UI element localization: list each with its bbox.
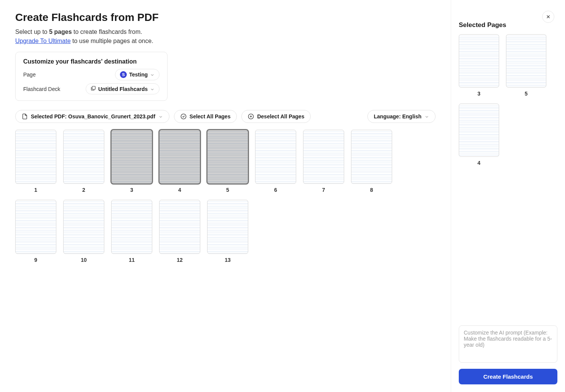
page-thumbnail[interactable]: 2 <box>63 130 104 193</box>
page-thumbnail[interactable]: 13 <box>207 200 248 263</box>
thumbnail-image <box>255 130 296 184</box>
chevron-down-icon <box>150 72 155 77</box>
s-badge-icon: S <box>120 71 127 78</box>
selected-thumbnail[interactable]: 5 <box>506 34 546 97</box>
thumbnail-image <box>159 200 200 254</box>
thumbnail-image <box>63 130 104 184</box>
svg-rect-0 <box>92 86 95 89</box>
page-thumbnail[interactable]: 3 <box>111 130 152 193</box>
page-thumbnail[interactable]: 1 <box>15 130 56 193</box>
selected-pdf-dropdown[interactable]: Selected PDF: Osuva_Banovic_Grunert_2023… <box>15 110 169 123</box>
deck-selector[interactable]: Untitled Flashcards <box>86 83 160 94</box>
create-flashcards-button[interactable]: Create Flashcards <box>459 369 557 384</box>
page-thumbnails-grid: 12345678910111213 <box>15 130 436 263</box>
selected-pages-grid: 354 <box>459 34 557 325</box>
page-number: 5 <box>226 187 229 193</box>
page-label: Page <box>23 72 36 78</box>
page-thumbnail[interactable]: 5 <box>207 130 248 193</box>
thumbnail-image <box>159 130 200 184</box>
selected-pdf-prefix: Selected PDF: <box>31 113 68 120</box>
select-all-label: Select All Pages <box>190 113 231 120</box>
language-dropdown[interactable]: Language: English <box>367 110 436 123</box>
page-number: 7 <box>322 187 325 193</box>
page-thumbnail[interactable]: 12 <box>159 200 200 263</box>
thumbnail-image <box>351 130 392 184</box>
upgrade-link[interactable]: Upgrade To Ultimate <box>15 38 71 44</box>
page-number: 4 <box>477 160 480 166</box>
page-number: 5 <box>525 91 528 97</box>
page-thumbnail[interactable]: 8 <box>351 130 392 193</box>
page-title: Create Flashcards from PDF <box>15 11 436 24</box>
page-thumbnail[interactable]: 7 <box>303 130 344 193</box>
page-number: 1 <box>34 187 37 193</box>
close-icon <box>546 14 551 19</box>
check-circle-icon <box>180 113 187 120</box>
thumbnail-image <box>15 130 56 184</box>
page-number: 13 <box>225 257 231 263</box>
deck-label: Flashcard Deck <box>23 86 60 92</box>
destination-box: Customize your flashcards' destination P… <box>15 52 168 101</box>
deselect-all-label: Deselect All Pages <box>257 113 304 120</box>
svg-point-1 <box>181 114 186 119</box>
chevron-down-icon <box>425 114 429 119</box>
page-number: 4 <box>178 187 181 193</box>
thumbnail-image <box>207 200 248 254</box>
page-number: 11 <box>129 257 135 263</box>
thumbnail-image <box>459 34 499 88</box>
plus-circle-icon <box>248 113 254 120</box>
thumbnail-image <box>15 200 56 254</box>
page-number: 10 <box>81 257 87 263</box>
page-selector[interactable]: S Testing <box>115 69 160 80</box>
selected-thumbnail[interactable]: 3 <box>459 34 499 97</box>
page-number: 3 <box>130 187 133 193</box>
destination-title: Customize your flashcards' destination <box>23 58 160 65</box>
page-thumbnail[interactable]: 11 <box>111 200 152 263</box>
selected-thumbnail[interactable]: 4 <box>459 104 499 166</box>
page-number: 8 <box>370 187 373 193</box>
subtitle-prefix: Select up to <box>15 29 49 35</box>
page-number: 12 <box>177 257 183 263</box>
thumbnail-image <box>207 130 248 184</box>
subtitle-line-2: Upgrade To Ultimate to use multiple page… <box>15 37 436 46</box>
thumbnail-image <box>63 200 104 254</box>
selected-pdf-name: Osuva_Banovic_Grunert_2023.pdf <box>68 113 155 120</box>
language-label: Language: English <box>374 113 421 120</box>
page-number: 6 <box>274 187 277 193</box>
chevron-down-icon <box>158 114 163 119</box>
close-button[interactable] <box>542 11 554 23</box>
page-number: 3 <box>477 91 480 97</box>
chevron-down-icon <box>150 87 155 91</box>
page-number: 2 <box>82 187 85 193</box>
subtitle-bold: 5 pages <box>49 29 72 35</box>
document-icon <box>22 113 28 120</box>
thumbnail-image <box>111 130 152 184</box>
page-value: Testing <box>129 72 148 78</box>
deselect-all-button[interactable]: Deselect All Pages <box>241 110 311 123</box>
page-thumbnail[interactable]: 4 <box>159 130 200 193</box>
thumbnail-image <box>303 130 344 184</box>
thumbnail-image <box>506 34 546 88</box>
page-thumbnail[interactable]: 9 <box>15 200 56 263</box>
subtitle-suffix: to create flashcards from. <box>72 29 142 35</box>
subtitle-line-1: Select up to 5 pages to create flashcard… <box>15 27 436 37</box>
page-thumbnail[interactable]: 10 <box>63 200 104 263</box>
select-all-button[interactable]: Select All Pages <box>174 110 237 123</box>
stack-icon <box>91 86 96 92</box>
upgrade-suffix: to use multiple pages at once. <box>71 38 153 44</box>
prompt-input[interactable] <box>459 325 557 363</box>
deck-value: Untitled Flashcards <box>98 86 148 92</box>
thumbnail-image <box>459 104 499 157</box>
thumbnail-image <box>111 200 152 254</box>
page-number: 9 <box>34 257 37 263</box>
page-thumbnail[interactable]: 6 <box>255 130 296 193</box>
